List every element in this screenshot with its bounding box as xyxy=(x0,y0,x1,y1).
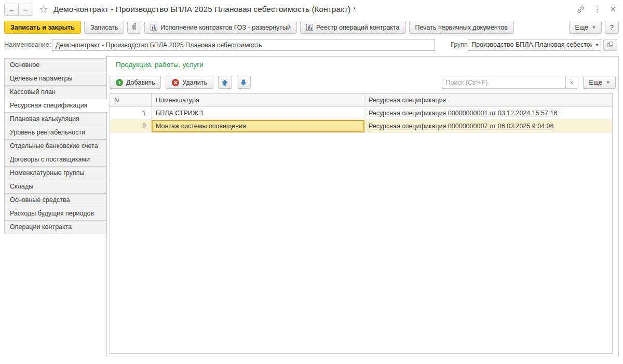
save-and-close-button[interactable]: Записать и закрыть xyxy=(4,21,81,34)
more-label: Еще xyxy=(589,79,602,86)
paperclip-icon xyxy=(130,23,138,32)
sidebar-item[interactable]: Расходы будущих периодов xyxy=(4,207,106,221)
help-button[interactable]: ? xyxy=(605,21,619,34)
table-body: 1БПЛА СТРИЖ 1Ресурсная спецификация 0000… xyxy=(110,107,612,133)
help-label: ? xyxy=(610,24,614,31)
sidebar: ОсновноеЦелевые параметрыКассовый планРе… xyxy=(4,58,108,234)
sidebar-item[interactable]: Отдельные банковские счета xyxy=(4,139,106,153)
goz-report-button[interactable]: Исполнение контрактов ГОЗ - развернутый xyxy=(144,21,297,34)
spec-cell[interactable]: Ресурсная спецификация 00000000001 от 03… xyxy=(364,107,612,119)
table-more-button[interactable]: Еще xyxy=(583,76,616,89)
content-panel: Продукция, работы, услуги + Добавить ✕ У… xyxy=(106,56,619,357)
group-select[interactable]: Производство БПЛА Плановая себестои xyxy=(468,39,601,51)
sidebar-item[interactable]: Ресурсная спецификация xyxy=(4,99,108,113)
sidebar-item[interactable]: Плановая калькуляция xyxy=(4,112,106,126)
contract-window: ← → ☆ Демо-контракт - Производство БПЛА … xyxy=(0,0,623,364)
spec-link[interactable]: Ресурсная спецификация 00000000007 от 06… xyxy=(369,123,553,130)
sidebar-item[interactable]: Склады xyxy=(4,180,106,194)
sidebar-item[interactable]: Номенклатурные группы xyxy=(4,166,106,180)
add-icon: + xyxy=(116,79,123,86)
move-down-button[interactable] xyxy=(237,76,251,89)
group-value: Производство БПЛА Плановая себестои xyxy=(468,39,592,50)
add-label: Добавить xyxy=(126,79,155,86)
sidebar-item[interactable]: Целевые параметры xyxy=(4,72,106,86)
search-box: × xyxy=(442,76,578,89)
row-number-cell[interactable]: 1 xyxy=(110,107,152,119)
nomenclature-cell[interactable]: БПЛА СТРИЖ 1 xyxy=(152,107,364,119)
operations-registry-button[interactable]: Реестр операций контракта xyxy=(300,21,406,34)
name-field-label: Наименование: xyxy=(4,41,51,48)
nomenclature-cell[interactable]: Монтаж системы оповещения xyxy=(152,120,364,132)
open-group-button[interactable] xyxy=(603,39,617,51)
spec-cell[interactable]: Ресурсная спецификация 00000000007 от 06… xyxy=(364,120,612,132)
more-vertical-icon[interactable]: ⋮ xyxy=(594,5,602,14)
attachments-button[interactable] xyxy=(127,21,141,34)
forward-icon: → xyxy=(22,6,29,14)
chevron-down-icon xyxy=(606,82,610,84)
move-up-button[interactable] xyxy=(218,76,232,89)
sidebar-item[interactable]: Основные средства xyxy=(4,193,106,207)
column-header[interactable]: Номенклатура xyxy=(152,94,364,106)
sidebar-item[interactable]: Кассовый план xyxy=(4,85,106,99)
products-table: NНоменклатураРесурсная спецификация 1БПЛ… xyxy=(110,93,613,354)
title-actions: ⋮ × xyxy=(576,4,616,15)
dropdown-arrow-icon[interactable] xyxy=(592,39,601,50)
report-icon xyxy=(151,24,157,31)
open-icon xyxy=(607,41,614,49)
history-nav: ← → xyxy=(4,4,33,16)
move-up-icon xyxy=(221,79,228,86)
report-icon xyxy=(306,24,313,31)
table-command-bar: + Добавить ✕ Удалить × Еще xyxy=(110,76,616,89)
link-icon[interactable] xyxy=(576,5,585,14)
column-header[interactable]: N xyxy=(110,94,152,106)
clear-search-icon[interactable]: × xyxy=(565,76,578,88)
section-title: Продукция, работы, услуги xyxy=(116,61,204,69)
delete-label: Удалить xyxy=(182,79,207,86)
table-row[interactable]: 1БПЛА СТРИЖ 1Ресурсная спецификация 0000… xyxy=(110,107,612,120)
operations-registry-label: Реестр операций контракта xyxy=(316,24,400,31)
row-number-cell[interactable]: 2 xyxy=(110,120,152,132)
name-input[interactable] xyxy=(52,39,435,51)
print-documents-button[interactable]: Печать первичных документов xyxy=(409,21,514,34)
command-bar: Записать и закрыть Записать Исполнение к… xyxy=(4,21,619,34)
save-and-close-label: Записать и закрыть xyxy=(10,24,75,31)
favorite-star-icon[interactable]: ☆ xyxy=(39,4,48,15)
chevron-down-icon xyxy=(592,26,595,29)
forward-button[interactable]: → xyxy=(19,4,33,16)
search-input[interactable] xyxy=(442,76,565,88)
add-row-button[interactable]: + Добавить xyxy=(110,76,161,89)
table-header: NНоменклатураРесурсная спецификация xyxy=(110,94,612,107)
sidebar-item[interactable]: Договоры с поставщиками xyxy=(4,153,106,167)
delete-row-button[interactable]: ✕ Удалить xyxy=(166,76,213,89)
move-down-icon xyxy=(240,79,247,86)
save-button[interactable]: Записать xyxy=(84,21,124,34)
back-icon: ← xyxy=(8,6,15,14)
table-row[interactable]: 2Монтаж системы оповещенияРесурсная спец… xyxy=(110,120,612,133)
more-label: Еще xyxy=(575,24,588,31)
page-title: Демо-контракт - Производство БПЛА 2025 П… xyxy=(53,5,356,14)
titlebar: ← → ☆ Демо-контракт - Производство БПЛА … xyxy=(0,0,623,19)
column-header[interactable]: Ресурсная спецификация xyxy=(364,94,612,106)
save-label: Записать xyxy=(90,24,118,31)
spec-link[interactable]: Ресурсная спецификация 00000000001 от 03… xyxy=(369,110,557,117)
toolbar-more-button[interactable]: Еще xyxy=(569,21,602,34)
print-label: Печать первичных документов xyxy=(415,24,508,31)
delete-icon: ✕ xyxy=(172,79,179,86)
back-button[interactable]: ← xyxy=(4,4,19,16)
close-icon[interactable]: × xyxy=(611,4,616,15)
sidebar-item[interactable]: Уровень рентабельности xyxy=(4,126,106,140)
sidebar-item[interactable]: Операции контракта xyxy=(4,220,106,234)
goz-report-label: Исполнение контрактов ГОЗ - развернутый xyxy=(160,24,291,31)
sidebar-item[interactable]: Основное xyxy=(4,58,106,72)
